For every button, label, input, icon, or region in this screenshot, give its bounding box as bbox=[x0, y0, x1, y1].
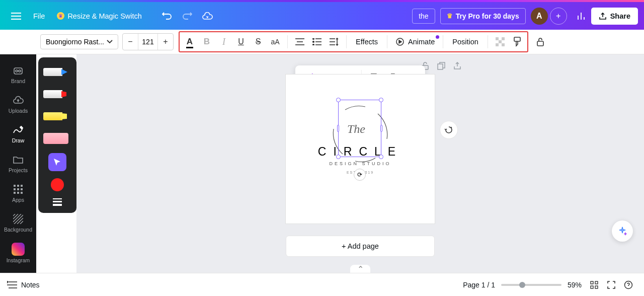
add-member-button[interactable]: + bbox=[550, 8, 567, 25]
italic-button[interactable]: I bbox=[216, 34, 232, 50]
transparency-button[interactable] bbox=[492, 34, 508, 50]
page-indicator: Page 1 / 1 bbox=[463, 281, 495, 289]
font-size-increase[interactable]: + bbox=[158, 34, 173, 50]
pen-tool[interactable] bbox=[43, 64, 71, 80]
assistant-fab[interactable] bbox=[612, 220, 633, 242]
svg-line-43 bbox=[20, 221, 23, 224]
selection-box[interactable]: ⟳ bbox=[338, 100, 381, 157]
svg-rect-29 bbox=[14, 185, 16, 187]
font-size-control: − 121 + bbox=[122, 33, 174, 50]
svg-rect-48 bbox=[438, 64, 443, 69]
svg-marker-45 bbox=[61, 91, 66, 97]
svg-line-39 bbox=[13, 214, 18, 219]
analytics-icon[interactable] bbox=[571, 6, 591, 26]
notes-button[interactable]: Notes bbox=[7, 281, 40, 289]
svg-rect-54 bbox=[591, 281, 593, 284]
pages-collapse-button[interactable]: ⌃ bbox=[350, 265, 370, 273]
svg-rect-21 bbox=[502, 37, 505, 40]
notes-icon bbox=[7, 281, 17, 289]
rotate-handle[interactable]: ⟳ bbox=[354, 169, 366, 181]
animate-icon bbox=[395, 37, 405, 46]
svg-rect-34 bbox=[21, 188, 23, 190]
selection-tool[interactable] bbox=[48, 153, 66, 171]
zoom-value: 59% bbox=[568, 281, 582, 289]
list-button[interactable] bbox=[309, 34, 325, 50]
svg-rect-37 bbox=[21, 192, 23, 194]
marker-tool[interactable] bbox=[43, 87, 71, 102]
svg-rect-22 bbox=[502, 43, 505, 46]
spacing-button[interactable] bbox=[326, 34, 342, 50]
svg-point-13 bbox=[313, 44, 314, 45]
position-button[interactable]: Position bbox=[447, 38, 484, 46]
add-page-button[interactable]: + Add page bbox=[286, 236, 435, 257]
svg-rect-19 bbox=[496, 37, 499, 40]
draw-icon bbox=[12, 124, 24, 136]
svg-line-42 bbox=[17, 218, 23, 224]
zoom-slider[interactable] bbox=[501, 284, 561, 286]
font-size-decrease[interactable]: − bbox=[123, 34, 138, 50]
text-color-button[interactable]: A bbox=[182, 34, 198, 50]
background-icon bbox=[12, 213, 24, 225]
chevron-down-icon bbox=[107, 40, 113, 44]
svg-marker-53 bbox=[7, 281, 8, 283]
bold-button[interactable]: B bbox=[199, 34, 215, 50]
font-size-value[interactable]: 121 bbox=[138, 34, 158, 50]
svg-rect-23 bbox=[496, 43, 499, 46]
sidebar-item-projects[interactable]: Projects bbox=[0, 149, 36, 178]
ai-suggest-button[interactable] bbox=[440, 121, 458, 139]
highlighter-tool[interactable] bbox=[43, 109, 71, 124]
share-button[interactable]: Share bbox=[591, 8, 638, 25]
svg-rect-57 bbox=[595, 286, 598, 288]
sidebar-item-brand[interactable]: Brand bbox=[0, 59, 36, 89]
undo-button[interactable] bbox=[157, 6, 177, 26]
file-menu[interactable]: File bbox=[26, 8, 52, 24]
help-button[interactable] bbox=[620, 276, 637, 293]
font-selector[interactable]: Buongiorno Rast... bbox=[40, 34, 118, 49]
share-page-icon[interactable] bbox=[453, 61, 462, 70]
design-title-input[interactable]: the bbox=[412, 9, 435, 24]
svg-point-9 bbox=[313, 38, 314, 39]
menu-button[interactable] bbox=[6, 13, 26, 20]
strikethrough-button[interactable]: S bbox=[250, 34, 266, 50]
svg-rect-36 bbox=[17, 192, 19, 194]
duplicate-page-icon[interactable] bbox=[437, 61, 446, 70]
svg-rect-24 bbox=[514, 37, 520, 41]
folder-icon bbox=[12, 154, 24, 166]
fullscreen-button[interactable] bbox=[603, 276, 620, 293]
crown-icon: ♛ bbox=[447, 12, 453, 20]
avatar[interactable]: A bbox=[531, 8, 548, 25]
cloud-sync-icon[interactable] bbox=[197, 6, 217, 26]
sidebar-item-apps[interactable]: Apps bbox=[0, 178, 36, 208]
svg-rect-31 bbox=[21, 185, 23, 187]
eraser-tool[interactable] bbox=[43, 131, 71, 146]
sidebar-item-uploads[interactable]: Uploads bbox=[0, 89, 36, 119]
lock-button[interactable] bbox=[532, 34, 548, 50]
svg-marker-44 bbox=[61, 69, 67, 75]
redo-button[interactable] bbox=[177, 6, 197, 26]
alignment-button[interactable] bbox=[292, 34, 308, 50]
upload-icon bbox=[599, 12, 607, 20]
canvas-page[interactable]: The CIRCLE DESIGN STUDIO ESTD 2019 ⟳ bbox=[286, 75, 435, 224]
brand-icon bbox=[12, 64, 24, 77]
page-actions bbox=[421, 61, 462, 70]
resize-magic-switch[interactable]: ♛Resize & Magic Switch bbox=[52, 8, 146, 24]
apps-icon bbox=[12, 183, 24, 195]
sidebar-item-background[interactable]: Background bbox=[0, 208, 36, 238]
svg-rect-32 bbox=[14, 188, 16, 190]
sidebar-item-instagram[interactable]: Instagram bbox=[0, 238, 36, 268]
grid-view-button[interactable] bbox=[586, 276, 603, 293]
animate-button[interactable]: Animate bbox=[391, 37, 439, 46]
notification-dot bbox=[436, 35, 439, 39]
case-button[interactable]: aA bbox=[267, 34, 283, 50]
svg-point-27 bbox=[16, 70, 18, 72]
underline-button[interactable]: U bbox=[233, 34, 249, 50]
stroke-weight[interactable] bbox=[53, 198, 62, 206]
sidebar-item-draw[interactable]: Draw bbox=[0, 119, 36, 149]
try-pro-button[interactable]: ♛Try Pro for 30 days bbox=[440, 8, 526, 24]
svg-rect-20 bbox=[499, 40, 502, 43]
svg-marker-46 bbox=[61, 113, 67, 119]
copy-style-button[interactable] bbox=[509, 34, 525, 50]
effects-button[interactable]: Effects bbox=[351, 38, 383, 46]
color-picker[interactable] bbox=[51, 178, 64, 191]
svg-point-28 bbox=[19, 70, 21, 72]
